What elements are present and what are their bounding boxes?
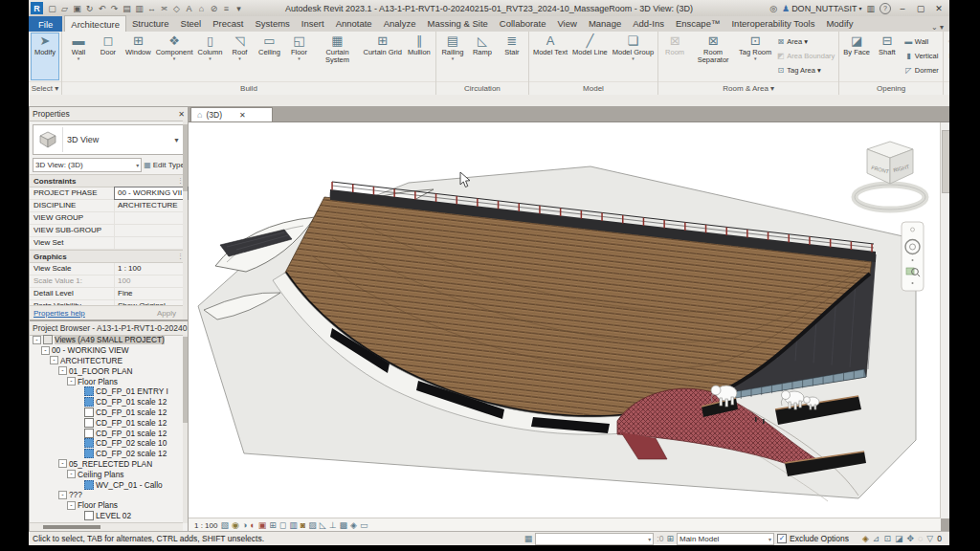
communicate-icon[interactable]: ▭: [360, 521, 368, 530]
vertical-button[interactable]: ▮Vertical: [902, 49, 941, 62]
roof-button[interactable]: ◹Roof▾: [225, 33, 254, 80]
open-icon[interactable]: ▱: [58, 4, 71, 13]
file-window-icon[interactable]: ▢: [46, 4, 58, 13]
view-selector-combo[interactable]: 3D View: (3D) ▾: [33, 158, 142, 172]
ramp-button[interactable]: ◺Ramp: [468, 33, 497, 80]
aligned-dimension-icon[interactable]: ≍: [158, 4, 170, 13]
tree-item-views-a49-small-project[interactable]: -Views (A49 SMALL PROJECT): [30, 335, 183, 345]
select-by-face-icon[interactable]: ◪: [895, 534, 903, 543]
wall-button[interactable]: ▬Wall: [902, 34, 941, 48]
tree-item-cd-fp-01-scale-12[interactable]: CD_FP_01 scale 12: [30, 428, 183, 438]
tree-item-05-reflected-plan[interactable]: -05_REFLECTED PLAN: [30, 459, 183, 470]
door-button[interactable]: ◻Door: [94, 33, 122, 80]
filter-icon[interactable]: ▽: [926, 534, 933, 543]
property-value-view-set[interactable]: [115, 237, 188, 249]
modify-button[interactable]: ➤Modify: [31, 33, 59, 80]
room-separator-button[interactable]: ⊠Room Separator: [690, 33, 736, 80]
tree-expander-icon[interactable]: -: [50, 356, 58, 364]
tree-item-cd-fp-02-scale-12[interactable]: CD_FP_02 scale 12: [30, 449, 183, 459]
show-crop-icon[interactable]: ⊞: [269, 521, 277, 530]
sun-path-icon[interactable]: ◉: [232, 521, 239, 530]
property-value-discipline[interactable]: ARCHITECTURE: [115, 200, 188, 211]
tree-item-01-floor-plan[interactable]: -01_FLOOR PLAN: [30, 365, 183, 376]
show-constraints-icon[interactable]: ⊥: [329, 521, 337, 530]
project-browser-hscrollbar[interactable]: [30, 522, 183, 531]
panel-label-model[interactable]: Model: [529, 81, 657, 95]
tree-item-cd-fp-01-scale-12[interactable]: CD_FP_01 scale 12: [30, 408, 183, 418]
navigation-bar[interactable]: [902, 222, 924, 291]
search-icon[interactable]: ◎: [769, 4, 777, 13]
worksets-icon[interactable]: ▦: [524, 534, 533, 543]
user-menu[interactable]: ♟ DON_NUTTASIT ▾: [782, 4, 861, 13]
minimize-button[interactable]: –: [896, 4, 909, 13]
panel-label-datum[interactable]: Datum: [944, 81, 949, 95]
temporary-hide-icon[interactable]: ▥: [289, 521, 298, 530]
component-button[interactable]: ❖Component▾: [154, 33, 195, 80]
properties-scrollbar[interactable]: [183, 121, 188, 320]
customize-icon[interactable]: ▾: [233, 4, 245, 13]
property-value-scale-value-1[interactable]: 100: [115, 276, 188, 287]
view-cube[interactable]: FRONT RIGHT: [855, 142, 925, 209]
mullion-button[interactable]: ∥Mullion: [405, 33, 434, 80]
tag-by-category-icon[interactable]: ◇: [170, 4, 183, 13]
dormer-button[interactable]: ◸Dormer: [902, 63, 941, 77]
tree-expander-icon[interactable]: -: [33, 336, 41, 344]
background-processes-icon[interactable]: ◌: [918, 534, 923, 543]
tab-architecture[interactable]: Architecture: [64, 15, 126, 32]
property-value-project-phase[interactable]: 00 - WORKING VII: [115, 187, 188, 199]
wall-button[interactable]: ▬Wall▾: [64, 33, 93, 80]
shadows-icon[interactable]: ◑: [242, 521, 247, 530]
model-text-button[interactable]: AModel Text: [531, 33, 569, 80]
properties-header[interactable]: Properties ✕: [30, 107, 188, 121]
tree-expander-icon[interactable]: -: [67, 377, 76, 386]
unlocked-view-icon[interactable]: ◻: [279, 521, 286, 530]
section-graphics[interactable]: Graphics⋮: [30, 250, 188, 263]
model-group-button[interactable]: ❏Model Group▾: [611, 33, 656, 80]
view-tab-3d[interactable]: ⌂ (3D) ✕: [190, 107, 273, 121]
tree-item-cd-fp-01-scale-12[interactable]: CD_FP_01 scale 12: [30, 417, 183, 428]
displace-elements-icon[interactable]: ◈: [350, 521, 357, 530]
maximize-button[interactable]: ▢: [914, 4, 927, 13]
photorealistic-icon[interactable]: ◐: [250, 521, 255, 530]
tree-expander-icon[interactable]: -: [41, 346, 50, 355]
tree-item-cd-fp-02-scale-10[interactable]: CD_FP_02 scale 10: [30, 438, 183, 449]
tree-expander-icon[interactable]: -: [67, 470, 76, 478]
ceiling-button[interactable]: ▭Ceiling: [255, 33, 283, 80]
temporary-view-properties-icon[interactable]: ▨: [308, 521, 317, 530]
tab-systems[interactable]: Systems: [249, 15, 295, 31]
design-option-combo[interactable]: Main Model ▾: [677, 533, 774, 545]
model-line-button[interactable]: ╱Model Line: [570, 33, 610, 80]
shopping-cart-icon[interactable]: ▥: [866, 4, 875, 13]
help-icon[interactable]: ?: [880, 3, 891, 14]
tree-item-level-02[interactable]: LEVEL 02: [30, 511, 183, 521]
design-options-icon[interactable]: ⊞: [666, 534, 674, 543]
column-button[interactable]: ▯Column▾: [195, 33, 224, 80]
project-browser-header[interactable]: Project Browser - A13-1-P1-RVT1-0-20240.…: [30, 321, 188, 336]
panel-label-select[interactable]: Select ▾: [29, 81, 61, 95]
tab-enscape[interactable]: Enscape™: [670, 15, 725, 31]
panel-label-build[interactable]: Build: [62, 81, 435, 95]
print-icon[interactable]: ▤: [121, 4, 133, 13]
close-button[interactable]: ✕: [932, 4, 946, 13]
tab-analyze[interactable]: Analyze: [378, 15, 422, 31]
type-selector[interactable]: 3D View ▼: [33, 124, 185, 155]
thin-lines-icon[interactable]: ≡: [220, 4, 233, 13]
tag-room-button[interactable]: ⊡Tag Room▾: [737, 33, 773, 80]
tree-item-00-working-view[interactable]: -00 - WORKING VIEW: [30, 345, 183, 356]
tree-item-ceiling-plans[interactable]: -Ceiling Plans: [30, 469, 183, 479]
crop-view-icon[interactable]: ▣: [258, 521, 267, 530]
tab-manage[interactable]: Manage: [583, 15, 627, 31]
edit-type-button[interactable]: ▦ Edit Type: [144, 161, 185, 169]
viewport-vscrollbar[interactable]: [940, 122, 949, 518]
text-icon[interactable]: A: [183, 4, 195, 13]
exclude-options-checkbox[interactable]: ✓: [777, 534, 787, 543]
property-value-view-scale[interactable]: 1 : 100: [115, 263, 188, 275]
tab-structure[interactable]: Structure: [126, 15, 175, 31]
select-underlay-icon[interactable]: ⊿: [873, 534, 880, 543]
tab-annotate[interactable]: Annotate: [330, 15, 378, 31]
view-scale-button[interactable]: 1 : 100: [194, 521, 217, 530]
tab-interoperability-tools[interactable]: Interoperability Tools: [725, 15, 820, 31]
tab-massing-site[interactable]: Massing & Site: [421, 15, 493, 31]
view-tab-close-icon[interactable]: ✕: [239, 111, 246, 120]
curtain-system-button[interactable]: ▦Curtain System: [314, 33, 360, 80]
